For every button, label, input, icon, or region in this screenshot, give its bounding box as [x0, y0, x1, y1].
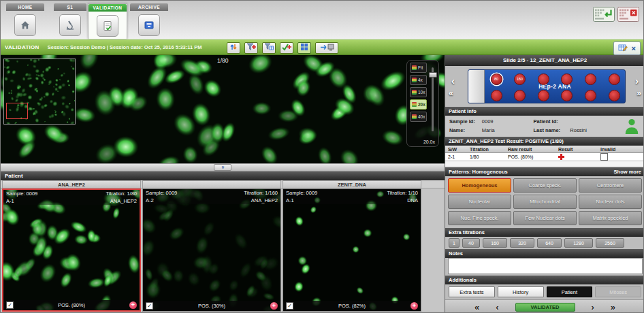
slide-well[interactable] [561, 90, 573, 101]
patient-button[interactable]: Patient [547, 286, 593, 297]
panel1-include-checkbox[interactable]: ✓ [6, 301, 14, 309]
zoom-20x-button[interactable]: 20x [410, 99, 427, 110]
titration-button-2560[interactable]: 2560 [596, 238, 624, 248]
titration-button-40[interactable]: 40 [462, 238, 480, 248]
panel3-titration: Titration: 1/10 [387, 189, 418, 197]
slide-well[interactable] [561, 73, 573, 85]
slide-well[interactable] [585, 90, 596, 101]
send-to-printer-button[interactable] [315, 42, 338, 54]
keyboard-green-icon[interactable] [593, 7, 615, 24]
titration-button-1280[interactable]: 1280 [564, 238, 593, 248]
result-table-row[interactable]: 2-1 1/80 POS. (80%) [445, 153, 644, 161]
tab-s1[interactable]: S1 [54, 3, 86, 39]
zoom-4x-button[interactable]: 4x [410, 75, 427, 85]
sort-icon [229, 43, 238, 53]
slide-well[interactable] [538, 73, 549, 85]
zoom-slider-handle[interactable] [429, 72, 437, 78]
panel3-add-button[interactable]: + [410, 302, 418, 310]
archive-icon [138, 14, 160, 36]
titration-button-640[interactable]: 640 [537, 238, 562, 248]
pattern-button-coarse-speck[interactable]: Coarse speck. [513, 178, 577, 193]
next-slide-fast-button[interactable]: » [637, 89, 641, 97]
close-icon[interactable]: × [632, 45, 636, 52]
filter-table-icon [264, 43, 274, 54]
name-value: Maria [482, 127, 534, 133]
zoom-slider[interactable] [429, 67, 436, 131]
thumbnail-roi-rectangle[interactable] [6, 103, 28, 119]
tab-home[interactable]: HOME [6, 3, 44, 39]
keyboard-red-icon[interactable] [617, 7, 639, 24]
pattern-button-matrix-speckled[interactable]: Matrix speckled [579, 211, 642, 225]
zoom-fit-button[interactable]: Fit [410, 63, 427, 73]
pattern-button-nuc-fine-speck[interactable]: Nuc. Fine speck. [448, 211, 511, 225]
slide-navigator: ‹ « HEp-2 ANA 80160 › » [445, 66, 644, 107]
titration-overlay-label: 1/80 [217, 57, 229, 64]
group-header-zenit-dna: ZENIT_DNA [283, 180, 421, 188]
slide-well[interactable]: 80 [491, 73, 502, 85]
pattern-button-homogeneous[interactable]: Homogeneous [448, 178, 511, 193]
edit-grid-icon[interactable] [618, 42, 628, 54]
panel3-include-checkbox[interactable]: ✓ [286, 302, 293, 310]
pattern-button-few-nuclear-dots[interactable]: Few Nuclear dots [513, 211, 577, 225]
extra-tests-button[interactable]: Extra tests [449, 286, 495, 297]
slide-graphic: HEp-2 ANA 80160 [468, 69, 626, 103]
layers-icon [412, 114, 417, 119]
slide-well[interactable] [491, 90, 502, 101]
tab-archive[interactable]: ARCHIVE [130, 3, 168, 39]
collapse-panel-button[interactable]: » [214, 164, 231, 171]
titration-button-320[interactable]: 320 [510, 238, 534, 248]
add-filter-button[interactable] [244, 42, 258, 54]
grid-view-button[interactable] [297, 42, 311, 54]
titration-button-160[interactable]: 160 [483, 238, 507, 248]
prev-slide-button[interactable]: ‹ [496, 303, 498, 312]
next-well-button[interactable]: › [635, 76, 639, 86]
notes-input[interactable] [448, 258, 643, 274]
slide-detail-panel: Slide 2/5 - 12_ZENIT_ANA_HEP2 ‹ « HEp-2 … [445, 55, 644, 313]
pattern-button-centromere[interactable]: Centromere [579, 178, 642, 193]
filter-table-button[interactable] [262, 42, 276, 54]
prev-slide-fast-button[interactable]: « [449, 89, 453, 97]
slide-well[interactable]: 160 [514, 73, 526, 85]
notes-header: Notes [445, 249, 644, 258]
slide-well[interactable] [585, 73, 596, 85]
panel2-add-button[interactable]: + [270, 302, 278, 310]
tab-validation[interactable]: VALIDATION [88, 3, 127, 39]
slide-well[interactable] [538, 90, 549, 101]
panel1-add-button[interactable]: + [129, 301, 137, 309]
pattern-button-nuclear-dots[interactable]: Nuclear dots [579, 195, 642, 209]
overview-thumbnail[interactable] [3, 59, 76, 125]
slide-well[interactable] [609, 90, 620, 101]
pattern-button-mitochondrial[interactable]: Mitochondrial [513, 195, 577, 209]
slide-test-name: HEp-2 ANA [485, 83, 625, 90]
sort-results-button[interactable] [227, 42, 240, 54]
column-result: Result [558, 146, 600, 152]
validation-toolbar: VALIDATION Session: Session Demo | Sessi… [1, 39, 643, 55]
next-slide-button[interactable]: › [592, 303, 594, 312]
zoom-40x-button[interactable]: 40x [410, 112, 427, 122]
history-button[interactable]: History [498, 286, 544, 297]
panel2-include-checkbox[interactable]: ✓ [146, 302, 153, 310]
zoom-10x-button[interactable]: 10x [410, 87, 427, 97]
panel3-test: DNA [407, 197, 418, 204]
pattern-button-nucleolar[interactable]: Nucleolar [448, 195, 511, 209]
group-header-ana-hep2: ANA_HEP2 [2, 180, 141, 188]
well-image-panel-1[interactable]: Sample: 0009 Titration: 1/80 A-1 ANA_HEP… [2, 188, 141, 312]
show-more-link[interactable]: Show more [614, 167, 641, 176]
invalid-checkbox[interactable] [600, 153, 608, 161]
row-raw-result: POS. (80%) [508, 153, 558, 161]
well-image-panel-3[interactable]: Sample: 0009 Titration: 1/10 A-1 DNA ✓ P… [283, 188, 421, 312]
validated-button[interactable]: VALIDATED [515, 303, 575, 312]
additionals-header: Additionals [445, 276, 644, 284]
slide-well[interactable] [609, 73, 620, 85]
test-result-header: ZENIT_ANA_HEP2 Test Result: POSITIVE (1/… [445, 137, 644, 146]
patient-icon[interactable] [624, 118, 639, 135]
slide-well[interactable] [514, 90, 526, 101]
last-slide-button[interactable]: » [611, 303, 615, 312]
first-slide-button[interactable]: « [474, 303, 479, 312]
mitoses-button[interactable]: Mitoses [595, 286, 641, 297]
slide-footer-nav: « ‹ VALIDATED › » [445, 299, 644, 313]
validate-add-button[interactable] [280, 42, 293, 54]
titration-button-1[interactable]: 1 [449, 238, 460, 248]
well-image-panel-2[interactable]: Sample: 0009 Titration: 1/160 A-2 ANA_HE… [142, 188, 281, 312]
prev-well-button[interactable]: ‹ [451, 76, 455, 86]
